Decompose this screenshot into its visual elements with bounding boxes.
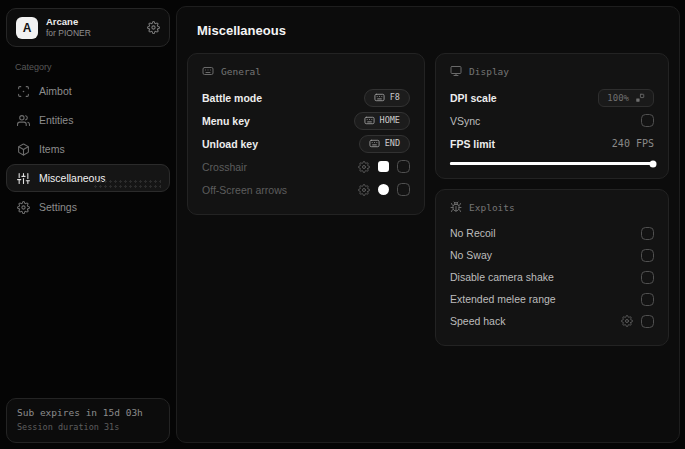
brand-text: Arcane for PIONER	[46, 16, 139, 39]
scaling-icon	[635, 93, 645, 103]
menu-key-row: Menu key HOME	[202, 109, 410, 132]
general-card-header: General	[202, 65, 410, 77]
bug-icon	[450, 201, 462, 213]
dpi-scale-label: DPI scale	[450, 92, 497, 104]
disable-camera-shake-checkbox[interactable]	[641, 271, 654, 284]
crosshair-checkbox[interactable]	[397, 160, 410, 173]
disable-camera-shake-label: Disable camera shake	[450, 271, 554, 283]
crosshair-color-swatch[interactable]	[378, 161, 389, 172]
battle-mode-label: Battle mode	[202, 92, 262, 104]
display-card-title: Display	[469, 66, 509, 77]
keyboard-icon	[202, 65, 214, 77]
speed-hack-row: Speed hack	[450, 310, 654, 332]
no-sway-label: No Sway	[450, 249, 492, 261]
speed-hack-checkbox[interactable]	[641, 315, 654, 328]
no-recoil-checkbox[interactable]	[641, 227, 654, 240]
keyboard-icon	[369, 138, 380, 149]
unload-key-keybind-button[interactable]: END	[359, 135, 410, 153]
general-card: General Battle mode F8 Menu key HOME	[187, 53, 425, 215]
scan-icon	[17, 85, 30, 98]
display-card-header: Display	[450, 65, 654, 77]
page-title: Miscellaneous	[197, 23, 659, 38]
sidebar-item-settings[interactable]: Settings	[6, 193, 170, 221]
offscreen-arrows-row: Off-Screen arrows	[202, 178, 410, 201]
extended-melee-range-label: Extended melee range	[450, 293, 556, 305]
fps-limit-row: FPS limit 240 FPS	[450, 132, 654, 155]
offscreen-arrows-label: Off-Screen arrows	[202, 184, 287, 196]
sidebar-item-entities[interactable]: Entities	[6, 106, 170, 134]
fps-limit-slider[interactable]	[450, 162, 654, 165]
unload-key-label: Unload key	[202, 138, 258, 150]
app-title: Arcane	[46, 16, 139, 28]
dpi-scale-select[interactable]: 100%	[598, 89, 654, 107]
extended-melee-range-checkbox[interactable]	[641, 293, 654, 306]
menu-key-label: Menu key	[202, 115, 250, 127]
sidebar-nav: Aimbot Entities Items Miscellaneous Sett…	[6, 77, 170, 221]
box-icon	[17, 143, 30, 156]
extended-melee-range-row: Extended melee range	[450, 288, 654, 310]
unload-key-keybind: END	[385, 138, 400, 148]
sidebar-item-label: Entities	[39, 114, 73, 126]
sidebar-item-aimbot[interactable]: Aimbot	[6, 77, 170, 105]
sidebar: A Arcane for PIONER Category Aimbot Enti…	[0, 0, 176, 449]
general-card-title: General	[221, 66, 261, 77]
subscription-info-card: Sub expires in 15d 03h Session duration …	[6, 398, 170, 443]
app-logo: A	[16, 17, 38, 39]
users-icon	[17, 114, 30, 127]
menu-key-keybind: HOME	[380, 115, 400, 125]
unload-key-row: Unload key END	[202, 132, 410, 155]
offscreen-arrows-color-swatch[interactable]	[378, 184, 389, 195]
speed-hack-settings-icon[interactable]	[621, 315, 633, 327]
battle-mode-keybind-button[interactable]: F8	[364, 89, 410, 107]
brand-card: A Arcane for PIONER	[6, 8, 170, 47]
vsync-label: VSync	[450, 115, 480, 127]
display-card: Display DPI scale 100% VSync FPS limit	[435, 53, 669, 179]
crosshair-row: Crosshair	[202, 155, 410, 178]
exploits-card-header: Exploits	[450, 201, 654, 213]
no-recoil-label: No Recoil	[450, 227, 496, 239]
main-panel: Miscellaneous General Battle mode F8 Men…	[176, 6, 680, 443]
sidebar-item-label: Miscellaneous	[39, 172, 106, 184]
vsync-checkbox[interactable]	[641, 114, 654, 127]
crosshair-settings-icon[interactable]	[358, 161, 370, 173]
exploits-card: Exploits No Recoil No Sway Disable camer…	[435, 189, 669, 346]
dpi-scale-row: DPI scale 100%	[450, 86, 654, 109]
menu-key-keybind-button[interactable]: HOME	[354, 112, 410, 130]
vsync-row: VSync	[450, 109, 654, 132]
sidebar-item-items[interactable]: Items	[6, 135, 170, 163]
keyboard-icon	[364, 115, 375, 126]
no-recoil-row: No Recoil	[450, 222, 654, 244]
sidebar-item-miscellaneous[interactable]: Miscellaneous	[6, 164, 170, 192]
sidebar-item-label: Items	[39, 143, 65, 155]
slider-knob[interactable]	[650, 160, 657, 167]
app-subtitle: for PIONER	[46, 28, 139, 39]
battle-mode-keybind: F8	[390, 92, 400, 102]
monitor-icon	[450, 65, 462, 77]
brand-settings-icon[interactable]	[147, 21, 160, 34]
exploits-card-title: Exploits	[469, 202, 515, 213]
crosshair-label: Crosshair	[202, 161, 247, 173]
offscreen-arrows-checkbox[interactable]	[397, 183, 410, 196]
keyboard-icon	[374, 92, 385, 103]
sidebar-item-label: Aimbot	[39, 85, 72, 97]
sub-expires-text: Sub expires in 15d 03h	[17, 407, 159, 418]
session-duration-text: Session duration 31s	[17, 422, 159, 432]
no-sway-checkbox[interactable]	[641, 249, 654, 262]
no-sway-row: No Sway	[450, 244, 654, 266]
category-label: Category	[15, 62, 161, 72]
sliders-icon	[17, 172, 30, 185]
speed-hack-label: Speed hack	[450, 315, 505, 327]
disable-camera-shake-row: Disable camera shake	[450, 266, 654, 288]
fps-limit-label: FPS limit	[450, 138, 495, 150]
fps-limit-value: 240 FPS	[612, 138, 654, 149]
gear-icon	[17, 201, 30, 214]
offscreen-arrows-settings-icon[interactable]	[358, 184, 370, 196]
battle-mode-row: Battle mode F8	[202, 86, 410, 109]
dpi-scale-value: 100%	[607, 93, 629, 103]
sidebar-item-label: Settings	[39, 201, 77, 213]
